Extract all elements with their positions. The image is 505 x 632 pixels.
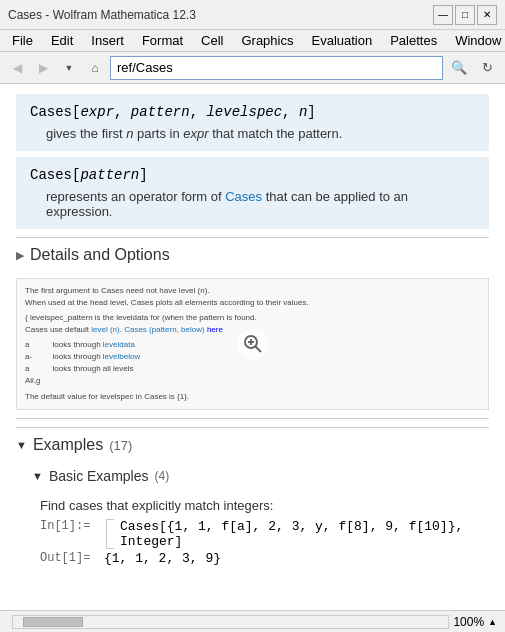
examples-section-header[interactable]: ▼ Examples (17) [16,427,489,462]
usage-signature-1: Cases[expr, pattern, levelspec, n] [30,104,475,120]
input-code[interactable]: Cases[{1, 1, f[a], 2, 3, y, f[8], 9, f[1… [120,519,489,549]
home-button[interactable]: ⌂ [84,57,106,79]
details-preview: The first argument to Cases need not hav… [16,278,489,410]
basic-examples-count: (4) [154,469,169,483]
input-cell-1: In[1]:= Cases[{1, 1, f[a], 2, 3, y, f[8]… [40,519,489,549]
menu-file[interactable]: File [4,31,41,50]
menu-edit[interactable]: Edit [43,31,81,50]
menu-palettes[interactable]: Palettes [382,31,445,50]
menu-evaluation[interactable]: Evaluation [303,31,380,50]
cell-bracket [106,519,114,549]
menu-format[interactable]: Format [134,31,191,50]
svg-line-1 [255,347,261,353]
usage-desc-1: gives the first n parts in expr that mat… [30,126,475,141]
menu-window[interactable]: Window [447,31,505,50]
status-bar: 100% ▲ [0,610,505,632]
zoom-up-icon[interactable]: ▲ [488,617,497,627]
horizontal-scroll-thumb[interactable] [23,617,83,627]
back-button[interactable]: ◀ [6,57,28,79]
details-section-header[interactable]: ▶ Details and Options [16,237,489,272]
main-content[interactable]: Cases[expr, pattern, levelspec, n] gives… [0,84,505,610]
dropdown-button[interactable]: ▼ [58,57,80,79]
menu-insert[interactable]: Insert [83,31,132,50]
details-label: Details and Options [30,246,170,264]
toolbar: ◀ ▶ ▼ ⌂ 🔍 ↻ [0,52,505,84]
basic-examples-label: Basic Examples [49,468,149,484]
horizontal-scrollbar[interactable] [12,615,449,629]
cases-link[interactable]: Cases [225,189,262,204]
output-label: Out[1]= [40,551,100,565]
forward-button[interactable]: ▶ [32,57,54,79]
menu-cell[interactable]: Cell [193,31,231,50]
input-label: In[1]:= [40,519,100,533]
usage-box-2: Cases[pattern] represents an operator fo… [16,157,489,229]
example-description: Find cases that explicitly match integer… [40,498,489,513]
basic-examples-triangle: ▼ [32,470,43,482]
examples-triangle: ▼ [16,439,27,451]
zoom-control: 100% ▲ [453,615,497,629]
usage-box-1: Cases[expr, pattern, levelspec, n] gives… [16,94,489,151]
search-button[interactable]: 🔍 [447,56,471,80]
content-area: Cases[expr, pattern, levelspec, n] gives… [0,84,505,610]
menu-graphics[interactable]: Graphics [233,31,301,50]
window-controls: — □ ✕ [433,5,497,25]
minimize-button[interactable]: — [433,5,453,25]
usage-desc-2: represents an operator form of Cases tha… [30,189,475,219]
address-input[interactable] [110,56,443,80]
window-title: Cases - Wolfram Mathematica 12.3 [8,8,433,22]
menu-bar: File Edit Insert Format Cell Graphics Ev… [0,30,505,52]
zoom-overlay [237,328,269,360]
output-code: {1, 1, 2, 3, 9} [104,551,489,566]
zoom-level: 100% [453,615,484,629]
usage-signature-2: Cases[pattern] [30,167,475,183]
maximize-button[interactable]: □ [455,5,475,25]
title-bar: Cases - Wolfram Mathematica 12.3 — □ ✕ [0,0,505,30]
examples-count: (17) [109,438,132,453]
divider [16,418,489,419]
output-cell-1: Out[1]= {1, 1, 2, 3, 9} [40,551,489,566]
basic-examples-header[interactable]: ▼ Basic Examples (4) [32,462,489,490]
examples-label: Examples [33,436,103,454]
details-triangle: ▶ [16,249,24,262]
reload-button[interactable]: ↻ [475,56,499,80]
close-button[interactable]: ✕ [477,5,497,25]
